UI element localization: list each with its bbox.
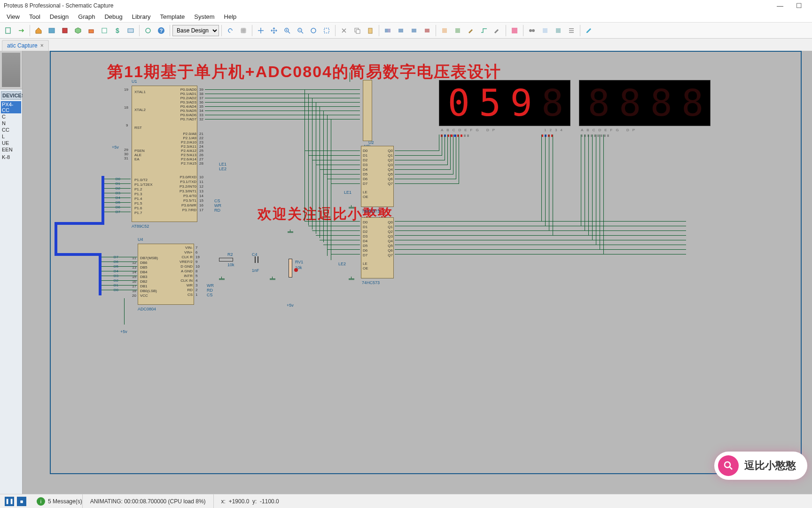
menu-template[interactable]: Template <box>155 13 189 20</box>
menu-library[interactable]: Library <box>127 13 156 20</box>
design-select[interactable]: Base Design <box>172 25 219 36</box>
component-rv1[interactable] <box>289 259 292 278</box>
schematic-canvas[interactable]: 第11期基于单片机+ADC0804的简易数字电压表设计 欢迎关注逗比小憨憨 U1… <box>23 51 812 494</box>
tab-schematic[interactable]: atic Capture × <box>2 40 49 51</box>
check-icon <box>511 27 518 34</box>
message-count[interactable]: 5 Message(s) <box>48 498 82 505</box>
wire <box>596 135 596 245</box>
minimize-button[interactable]: — <box>771 2 789 9</box>
refresh-button[interactable] <box>142 24 154 37</box>
svg-rect-19 <box>412 29 416 32</box>
menu-tool[interactable]: Tool <box>24 13 45 20</box>
net-d7: D7 <box>114 210 120 214</box>
list-item[interactable]: K-8 <box>1 154 21 160</box>
menu-view[interactable]: View <box>2 13 24 20</box>
zoomout-button[interactable] <box>294 24 306 37</box>
schematic-button[interactable] <box>46 24 58 37</box>
gerber-button[interactable] <box>85 24 97 37</box>
menu-help[interactable]: Help <box>219 13 242 20</box>
wire <box>205 94 360 94</box>
wire <box>456 135 456 179</box>
display-left[interactable]: 0 5 9 8 <box>439 80 570 126</box>
menu-design[interactable]: Design <box>45 13 73 20</box>
find-button[interactable] <box>526 24 538 37</box>
edit-button[interactable] <box>583 24 595 37</box>
wire <box>395 249 686 250</box>
wire <box>312 160 360 160</box>
info-icon[interactable]: i <box>37 497 45 506</box>
component-c4[interactable] <box>255 256 258 263</box>
bom-button[interactable] <box>98 24 110 37</box>
erc-button[interactable] <box>508 24 521 37</box>
stop-button[interactable]: ■ <box>17 497 26 506</box>
paste-button[interactable] <box>364 24 376 37</box>
copy-button[interactable] <box>351 24 363 37</box>
list-item[interactable]: EEN <box>1 146 21 153</box>
wire-button[interactable] <box>478 24 490 37</box>
pan-button[interactable] <box>268 24 280 37</box>
maximize-button[interactable]: ☐ <box>789 2 808 9</box>
wire <box>553 135 553 236</box>
help-button[interactable]: ? <box>155 24 167 37</box>
package-icon <box>454 27 461 34</box>
binary-button[interactable] <box>125 24 137 37</box>
wire <box>450 135 451 170</box>
list-item[interactable]: CC <box>1 127 21 133</box>
home-button[interactable] <box>32 24 45 37</box>
new-button[interactable] <box>2 24 14 37</box>
svg-rect-2 <box>62 28 67 33</box>
3d-button[interactable] <box>72 24 84 37</box>
open-button[interactable] <box>15 24 27 37</box>
device-selected[interactable]: PX4-CC <box>1 101 21 113</box>
zoomfit-button[interactable] <box>307 24 320 37</box>
pin-label: D3 <box>363 234 368 239</box>
dollar-button[interactable]: $ <box>111 24 124 37</box>
pin-num: 22 <box>199 136 203 140</box>
tool-button[interactable] <box>491 24 503 37</box>
block-delete-button[interactable] <box>421 24 433 37</box>
pin-label: Q3 <box>387 234 393 239</box>
pin-label: XTAL1 <box>134 87 146 97</box>
wire <box>205 111 360 111</box>
undo-button[interactable] <box>224 24 236 37</box>
package-button[interactable] <box>452 24 464 37</box>
cut-button[interactable] <box>338 24 350 37</box>
zoomin-button[interactable] <box>281 24 293 37</box>
list-item[interactable]: C <box>1 113 21 120</box>
wire <box>205 89 360 90</box>
component-r2[interactable] <box>219 258 233 262</box>
display-right[interactable]: 8 8 8 8 <box>579 80 710 126</box>
block-rotate-icon <box>410 27 418 34</box>
align-button[interactable] <box>565 24 578 37</box>
device-list[interactable]: DEVICES PX4-CC C N CC L UE EEN K-8 <box>0 89 22 494</box>
wire <box>331 254 360 254</box>
list-item[interactable]: L <box>1 133 21 140</box>
grid-button[interactable] <box>237 24 250 37</box>
block-move-button[interactable] <box>395 24 407 37</box>
svg-rect-12 <box>324 28 329 33</box>
overview-pane[interactable] <box>0 51 22 89</box>
origin-button[interactable] <box>255 24 267 37</box>
pin-label: VIN+ <box>178 250 193 255</box>
zoom-in-icon <box>283 27 291 34</box>
list-item[interactable]: N <box>1 120 21 127</box>
pause-button[interactable]: ❚❚ <box>5 497 14 506</box>
component-resnet[interactable] <box>363 80 372 141</box>
pick-button[interactable] <box>438 24 451 37</box>
wire <box>439 135 439 151</box>
menu-debug[interactable]: Debug <box>100 13 127 20</box>
wire <box>395 151 439 151</box>
zoomarea-button[interactable] <box>320 24 333 37</box>
block-copy-button[interactable] <box>382 24 394 37</box>
wire <box>104 207 131 207</box>
tab-close-button[interactable]: × <box>40 42 44 49</box>
block-rotate-button[interactable] <box>408 24 420 37</box>
pot-wiper[interactable] <box>294 268 298 272</box>
pcb-button[interactable] <box>59 24 71 37</box>
netlist-button[interactable] <box>552 24 564 37</box>
menu-system[interactable]: System <box>189 13 219 20</box>
decompose-button[interactable] <box>465 24 477 37</box>
list-item[interactable]: UE <box>1 140 21 146</box>
property-button[interactable] <box>539 24 551 37</box>
menu-graph[interactable]: Graph <box>73 13 100 20</box>
